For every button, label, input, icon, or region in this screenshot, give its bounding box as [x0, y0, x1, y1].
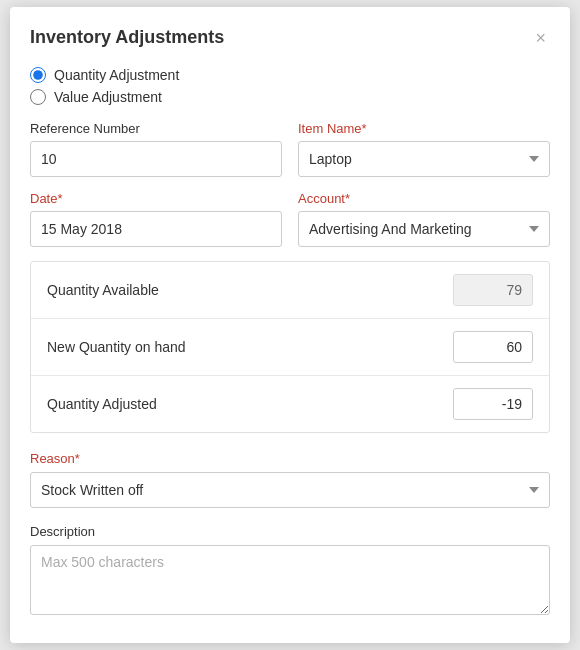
item-name-label: Item Name* — [298, 121, 550, 136]
quantity-section: Quantity Available New Quantity on hand … — [30, 261, 550, 433]
quantity-adjusted-label: Quantity Adjusted — [47, 396, 453, 412]
value-adjustment-option[interactable]: Value Adjustment — [30, 89, 550, 105]
quantity-available-input — [453, 274, 533, 306]
item-name-group: Item Name* Laptop — [298, 121, 550, 177]
reason-section: Reason* Stock Written off — [30, 449, 550, 508]
item-name-select[interactable]: Laptop — [298, 141, 550, 177]
quantity-adjusted-row: Quantity Adjusted — [31, 376, 549, 432]
date-group: Date* — [30, 191, 282, 247]
row-date-account: Date* Account* Advertising And Marketing — [30, 191, 550, 247]
modal-title: Inventory Adjustments — [30, 27, 224, 48]
account-select[interactable]: Advertising And Marketing — [298, 211, 550, 247]
new-quantity-input[interactable] — [453, 331, 533, 363]
account-label: Account* — [298, 191, 550, 206]
quantity-adjustment-label: Quantity Adjustment — [54, 67, 179, 83]
reason-select[interactable]: Stock Written off — [30, 472, 550, 508]
inventory-adjustments-modal: Inventory Adjustments × Quantity Adjustm… — [10, 7, 570, 643]
value-adjustment-label: Value Adjustment — [54, 89, 162, 105]
quantity-available-label: Quantity Available — [47, 282, 453, 298]
value-adjustment-radio[interactable] — [30, 89, 46, 105]
new-quantity-row: New Quantity on hand — [31, 319, 549, 376]
date-label: Date* — [30, 191, 282, 206]
close-button[interactable]: × — [531, 27, 550, 49]
new-quantity-label: New Quantity on hand — [47, 339, 453, 355]
row-reference-item: Reference Number Item Name* Laptop — [30, 121, 550, 177]
description-section: Description — [30, 522, 550, 619]
date-input[interactable] — [30, 211, 282, 247]
reference-number-group: Reference Number — [30, 121, 282, 177]
account-group: Account* Advertising And Marketing — [298, 191, 550, 247]
quantity-adjustment-option[interactable]: Quantity Adjustment — [30, 67, 550, 83]
quantity-adjusted-input[interactable] — [453, 388, 533, 420]
reference-number-label: Reference Number — [30, 121, 282, 136]
description-textarea[interactable] — [30, 545, 550, 615]
reason-label: Reason* — [30, 451, 80, 466]
quantity-adjustment-radio[interactable] — [30, 67, 46, 83]
description-label: Description — [30, 524, 95, 539]
modal-header: Inventory Adjustments × — [30, 27, 550, 49]
adjustment-type-group: Quantity Adjustment Value Adjustment — [30, 67, 550, 105]
quantity-available-row: Quantity Available — [31, 262, 549, 319]
reference-number-input[interactable] — [30, 141, 282, 177]
